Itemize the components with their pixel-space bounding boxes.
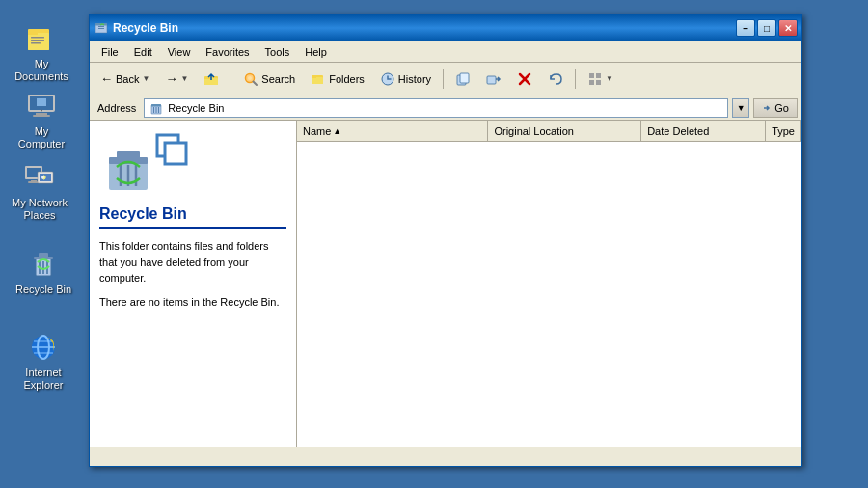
address-input-wrapper[interactable]: Recycle Bin <box>144 98 728 118</box>
internet-explorer-label: Internet Explorer <box>14 366 73 392</box>
history-button[interactable]: History <box>373 67 438 92</box>
undo-button[interactable] <box>541 67 570 92</box>
copy-to-button[interactable] <box>448 67 477 92</box>
my-documents-label: My Documents <box>12 58 71 83</box>
delete-icon <box>517 71 532 87</box>
panel-description-1: This folder contains files and folders t… <box>99 238 286 286</box>
column-header-name[interactable]: Name ▲ <box>297 121 488 141</box>
recycle-bin-window: Recycle Bin – □ ✕ File Edit View Favorit… <box>89 14 802 467</box>
menu-favorites[interactable]: Favorites <box>198 44 257 60</box>
recycle-bin-large-icon <box>99 130 196 198</box>
panel-description: This folder contains files and folders t… <box>99 238 286 310</box>
address-dropdown-button[interactable]: ▼ <box>732 98 749 118</box>
window-title: Recycle Bin <box>113 21 178 35</box>
search-label: Search <box>261 73 295 85</box>
panel-title: Recycle Bin <box>99 205 286 229</box>
my-documents-icon <box>26 23 57 54</box>
svg-rect-9 <box>33 115 50 117</box>
svg-rect-42 <box>312 77 323 84</box>
column-header-row: Name ▲ Original Location Date Deleted Ty… <box>297 121 801 142</box>
desktop-icon-my-documents[interactable]: My Documents <box>8 19 75 87</box>
menu-help[interactable]: Help <box>297 44 335 60</box>
svg-rect-22 <box>39 253 48 258</box>
folders-button[interactable]: Folders <box>304 67 371 92</box>
panel-description-2: There are no items in the Recycle Bin. <box>99 294 286 311</box>
forward-dropdown-icon: ▼ <box>180 74 188 83</box>
back-button[interactable]: ← Back ▼ <box>94 67 156 92</box>
menu-edit[interactable]: Edit <box>126 44 160 60</box>
back-dropdown-icon: ▼ <box>142 74 149 83</box>
svg-rect-52 <box>589 80 594 85</box>
svg-rect-46 <box>460 73 469 83</box>
delete-button[interactable] <box>510 67 539 92</box>
window-title-icon <box>94 20 109 36</box>
up-folder-icon <box>203 71 219 87</box>
views-dropdown-icon: ▼ <box>606 74 613 83</box>
go-button[interactable]: Go <box>753 98 798 118</box>
my-computer-icon <box>26 91 57 122</box>
menu-file[interactable]: File <box>94 44 126 60</box>
toolbar-separator-2 <box>443 69 444 89</box>
search-icon <box>243 71 258 87</box>
svg-rect-2 <box>28 31 38 35</box>
search-button[interactable]: Search <box>236 67 302 92</box>
move-icon <box>486 71 502 87</box>
svg-rect-5 <box>31 42 41 44</box>
maximize-button[interactable]: □ <box>757 19 776 37</box>
forward-arrow-icon: → <box>165 71 177 86</box>
internet-explorer-icon <box>28 332 59 363</box>
address-value: Recycle Bin <box>168 102 224 114</box>
back-arrow-icon: ← <box>100 71 113 86</box>
svg-rect-60 <box>165 143 186 164</box>
copy-icon <box>455 71 471 87</box>
column-header-date-deleted[interactable]: Date Deleted <box>641 121 766 141</box>
svg-line-39 <box>254 81 258 85</box>
desktop-icon-my-computer[interactable]: My Computer <box>8 87 75 154</box>
up-button[interactable] <box>197 67 226 92</box>
go-arrow-icon <box>762 103 772 113</box>
svg-rect-55 <box>151 104 161 107</box>
close-button[interactable]: ✕ <box>778 19 798 37</box>
svg-rect-50 <box>589 73 594 78</box>
back-label: Back <box>116 73 139 85</box>
minimize-button[interactable]: – <box>736 19 755 37</box>
folders-icon <box>311 71 326 87</box>
column-header-original-location[interactable]: Original Location <box>488 121 641 141</box>
svg-rect-43 <box>312 76 316 78</box>
toolbar: ← Back ▼ → ▼ <box>90 63 801 95</box>
forward-button[interactable]: → ▼ <box>158 67 195 92</box>
menu-tools[interactable]: Tools <box>258 44 298 60</box>
move-to-button[interactable] <box>479 67 508 92</box>
menu-view[interactable]: View <box>160 44 199 60</box>
svg-rect-47 <box>487 76 496 84</box>
address-label: Address <box>94 102 140 114</box>
my-network-places-label: My Network Places <box>10 197 69 222</box>
svg-point-40 <box>248 76 252 80</box>
menu-bar: File Edit View Favorites Tools Help <box>90 41 801 63</box>
desktop-icon-internet-explorer[interactable]: Internet Explorer <box>10 328 77 395</box>
column-header-type[interactable]: Type <box>766 121 801 141</box>
title-bar-buttons: – □ ✕ <box>736 19 798 37</box>
desktop-icon-my-network-places[interactable]: My Network Places <box>6 158 73 226</box>
views-button[interactable]: ▼ <box>581 67 620 92</box>
content-area: Recycle Bin This folder contains files a… <box>90 121 801 447</box>
left-panel: Recycle Bin This folder contains files a… <box>90 121 297 447</box>
go-label: Go <box>774 102 789 114</box>
svg-rect-53 <box>596 80 601 85</box>
svg-rect-3 <box>31 37 44 39</box>
svg-rect-37 <box>204 77 210 79</box>
sort-arrow-icon: ▲ <box>333 126 341 136</box>
toolbar-separator-1 <box>231 69 231 89</box>
file-list-area: Name ▲ Original Location Date Deleted Ty… <box>297 121 801 447</box>
status-bar <box>90 447 801 466</box>
desktop-icon-recycle-bin[interactable]: Recycle Bin <box>10 245 77 300</box>
undo-icon <box>548 71 563 87</box>
folders-label: Folders <box>329 73 365 85</box>
svg-rect-63 <box>117 151 140 159</box>
address-recycle-icon <box>149 100 164 116</box>
my-computer-label: My Computer <box>12 125 71 150</box>
svg-rect-10 <box>37 98 46 106</box>
history-icon <box>380 71 395 87</box>
panel-icon-area <box>99 130 286 198</box>
my-network-places-icon <box>24 162 55 193</box>
